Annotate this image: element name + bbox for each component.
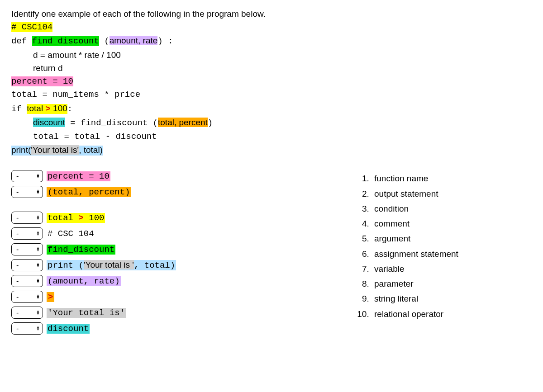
dropdown-value: - [16,172,25,180]
dropdown-selector[interactable]: - ▲▼ [11,259,43,271]
stepper-icon: ▲▼ [36,326,40,331]
code-block: # CSC104 def find_discount (amount, rate… [11,21,532,157]
dropdown-selector[interactable]: - ▲▼ [11,291,43,303]
match-row: - ▲▼ > [11,291,342,303]
stepper-icon: ▲▼ [36,279,40,283]
code-variable: discount [33,118,65,127]
code-operator: > [45,104,50,114]
stepper-icon: ▲▼ [36,263,40,267]
match-row: - ▲▼ find_discount [11,243,342,255]
dropdown-value: - [16,214,25,222]
stepper-icon: ▲▼ [36,231,40,236]
match-row: - ▲▼ discount [11,322,342,335]
code-condition: total > 100 [27,104,67,114]
answer-item: comment [372,216,458,231]
dropdown-selector[interactable]: - ▲▼ [11,243,43,255]
dropdown-value: - [16,230,25,238]
answer-item: relational operator [372,307,458,321]
code-string: 'Your total is' [31,145,79,155]
code-text: def [11,36,32,46]
match-label: # CSC 104 [47,229,95,239]
answer-key: function name output statement condition… [360,170,458,321]
code-text: total = total - discount [11,130,532,143]
code-text: : [67,104,72,114]
match-row: - ▲▼ percent = 10 [11,170,342,182]
code-fnname: find_discount [32,36,99,46]
match-row: - ▲▼ 'Your total is' [11,307,342,319]
dropdown-selector[interactable]: - ▲▼ [11,170,43,182]
code-text: d = amount * rate / 100 [11,48,532,61]
match-row: - ▲▼ # CSC 104 [11,227,342,240]
dropdown-value: - [16,325,25,333]
dropdown-value: - [16,309,25,317]
stepper-icon: ▲▼ [36,190,40,194]
question-prompt: Identify one example of each of the foll… [11,9,532,19]
code-comment: # CSC104 [11,22,52,32]
code-params: amount, rate [110,36,158,45]
code-text: if [11,104,27,114]
dropdown-selector[interactable]: - ▲▼ [11,186,43,198]
stepper-icon: ▲▼ [36,295,40,299]
match-label: print ('Your total is ', total) [47,260,176,270]
match-label: discount [47,324,90,334]
match-row: - ▲▼ total > 100 [11,212,342,224]
stepper-icon: ▲▼ [36,216,40,220]
answer-item: parameter [372,276,458,291]
match-label: percent = 10 [47,171,110,181]
code-text: ) [208,118,213,128]
answer-item: function name [372,171,458,186]
dropdown-value: - [16,188,25,196]
dropdown-selector[interactable]: - ▲▼ [11,227,43,240]
dropdown-value: - [16,246,25,254]
answer-item: output statement [372,186,458,201]
dropdown-selector[interactable]: - ▲▼ [11,322,43,335]
dropdown-value: - [16,293,25,301]
match-label: 'Your total is' [47,308,126,318]
match-row: - ▲▼ (amount, rate) [11,275,342,287]
code-text: = find_discount ( [65,118,158,128]
answer-item: variable [372,261,458,276]
match-row: - ▲▼ print ('Your total is ', total) [11,259,342,271]
stepper-icon: ▲▼ [36,247,40,251]
matching-column: - ▲▼ percent = 10 - ▲▼ (total, percent) … [11,170,342,338]
code-text: total = num_items * price [11,88,532,101]
stepper-icon: ▲▼ [36,311,40,315]
answer-item: string literal [372,291,458,306]
dropdown-selector[interactable]: - ▲▼ [11,307,43,319]
answer-item: assignment statement [372,246,458,261]
stepper-icon: ▲▼ [36,174,40,178]
answer-item: condition [372,201,458,216]
match-label: > [47,292,54,302]
code-assignment: percent = 10 [11,76,73,86]
dropdown-value: - [16,261,25,269]
dropdown-value: - [16,277,25,285]
match-label: total > 100 [47,213,105,223]
code-args: total, percent [158,118,208,127]
code-output: print('Your total is', total) [11,146,103,156]
match-label: (amount, rate) [47,276,121,286]
match-label: (total, percent) [47,187,131,197]
answer-item: argument [372,231,458,246]
code-text: ) : [157,36,173,46]
code-text: return d [11,61,532,75]
match-label: find_discount [47,245,115,255]
match-row: - ▲▼ (total, percent) [11,186,342,198]
dropdown-selector[interactable]: - ▲▼ [11,212,43,224]
code-text: ( [99,36,110,46]
dropdown-selector[interactable]: - ▲▼ [11,275,43,287]
